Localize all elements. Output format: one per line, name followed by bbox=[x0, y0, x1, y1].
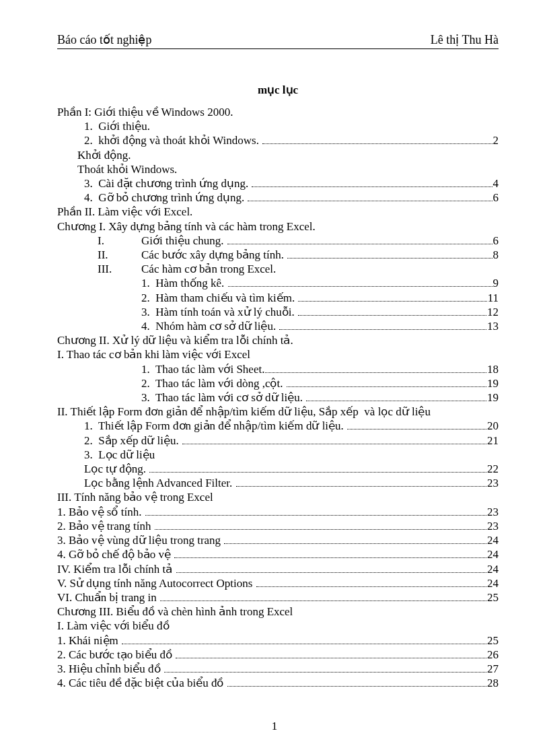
toc-page: 2 bbox=[493, 133, 499, 147]
toc-line: Thoát khỏi Windows. bbox=[57, 162, 499, 176]
toc-text: 4. Gỡ bỏ chương trình ứng dụng. bbox=[84, 191, 247, 205]
toc-line: 3. Thao tác làm với cơ sở dữ liệu. 19 bbox=[57, 390, 499, 405]
toc-page: 27 bbox=[487, 662, 499, 676]
toc-line: 1. Hàm thống kê. 9 bbox=[57, 276, 499, 290]
toc-text: 2. Sắp xếp dữ liệu. bbox=[84, 434, 182, 448]
toc-leader bbox=[224, 543, 486, 544]
toc-text: 1. Thao tác làm với Sheet. bbox=[141, 362, 264, 376]
toc-line: 4. Nhóm hàm cơ sở dữ liệu. 13 bbox=[57, 319, 499, 333]
toc-text: 1. Hàm thống kê. bbox=[141, 276, 227, 290]
toc-page: 23 bbox=[487, 519, 499, 533]
toc-leader bbox=[176, 658, 486, 658]
toc-leader bbox=[256, 586, 486, 587]
toc-text: Chương II. Xử lý dữ liệu và kiểm tra lỗi… bbox=[57, 333, 293, 347]
toc-text: Khởi động. bbox=[77, 148, 131, 162]
toc-page: 25 bbox=[487, 590, 499, 605]
toc-line: 2. Sắp xếp dữ liệu. 21 bbox=[57, 434, 499, 448]
toc-line: 1. Khái niệm 25 bbox=[57, 633, 499, 648]
toc-line: 3. Bảo vệ vùng dữ liệu trong trang 24 bbox=[57, 533, 499, 547]
toc-text: I. Làm việc với biểu đồ bbox=[57, 619, 170, 633]
toc-page: 24 bbox=[487, 533, 499, 547]
toc-line: VI. Chuẩn bị trang in 25 bbox=[57, 590, 499, 605]
toc-text: 2. Thao tác làm với dòng ,cột. bbox=[141, 376, 286, 390]
toc-text: 3. Hàm tính toán và xử lý chuỗi. bbox=[141, 305, 297, 319]
toc-page: 23 bbox=[487, 476, 499, 490]
toc-leader bbox=[227, 244, 492, 244]
toc-leader bbox=[174, 557, 486, 558]
toc-text: 3. Bảo vệ vùng dữ liệu trong trang bbox=[57, 533, 223, 547]
toc-body: Phần I: Giới thiệu về Windows 2000.1. Gi… bbox=[57, 105, 499, 690]
toc-line: 4. Gỡ bỏ chương trình ứng dụng. 6 bbox=[57, 191, 499, 205]
toc-page: 8 bbox=[493, 248, 499, 262]
toc-leader bbox=[122, 644, 486, 644]
toc-leader bbox=[265, 372, 486, 373]
toc-leader bbox=[236, 486, 486, 487]
toc-line: I. Thao tác cơ bản khi làm việc với Exce… bbox=[57, 347, 499, 362]
toc-text: Thoát khỏi Windows. bbox=[77, 162, 177, 176]
toc-line: 2. Bảo vệ trang tính 23 bbox=[57, 519, 499, 533]
toc-text: 3. Cài đặt chương trình ứng dụng. bbox=[84, 176, 251, 191]
toc-text: Chương I. Xây dựng bảng tính và các hàm … bbox=[57, 219, 316, 234]
toc-line: 3. Lọc dữ liệu bbox=[57, 448, 499, 462]
toc-line: Chương I. Xây dựng bảng tính và các hàm … bbox=[57, 219, 499, 234]
toc-text: Các bước xây dựng bảng tính. bbox=[141, 248, 287, 262]
toc-leader bbox=[262, 143, 492, 144]
toc-roman-prefix: II. bbox=[98, 248, 141, 262]
toc-text: VI. Chuẩn bị trang in bbox=[57, 590, 159, 605]
toc-line: V. Sử dụng tính năng Autocorrect Options… bbox=[57, 576, 499, 590]
toc-page: 20 bbox=[487, 419, 499, 433]
toc-text: IV. Kiểm tra lỗi chính tả bbox=[57, 562, 176, 576]
toc-page: 11 bbox=[488, 291, 499, 305]
toc-text: 1. Khái niệm bbox=[57, 633, 121, 648]
toc-page: 6 bbox=[493, 191, 499, 205]
toc-line: Khởi động. bbox=[57, 148, 499, 162]
toc-text: 1. Bảo vệ sổ tính. bbox=[57, 505, 145, 519]
toc-line: IV. Kiểm tra lỗi chính tả 24 bbox=[57, 562, 499, 576]
toc-leader bbox=[347, 429, 486, 429]
toc-page: 13 bbox=[487, 319, 499, 333]
toc-text: Chương III. Biểu đồ và chèn hình ảnh tro… bbox=[57, 605, 293, 619]
toc-line: 1. Thao tác làm với Sheet.18 bbox=[57, 362, 499, 376]
toc-line: 1. Bảo vệ sổ tính. 23 bbox=[57, 505, 499, 519]
toc-text: Phần II. Làm việc với Excel. bbox=[57, 205, 192, 219]
toc-line: 4. Các tiêu đề đặc biệt của biểu đồ 28 bbox=[57, 676, 499, 690]
toc-leader bbox=[145, 515, 486, 516]
toc-page: 24 bbox=[487, 547, 499, 561]
toc-roman-prefix: I. bbox=[98, 234, 141, 248]
toc-page: 6 bbox=[493, 234, 499, 248]
toc-line: II.Các bước xây dựng bảng tính. 8 bbox=[57, 248, 499, 262]
toc-text: 2. Hàm tham chiếu và tìm kiếm. bbox=[141, 291, 297, 305]
toc-leader bbox=[298, 301, 486, 302]
toc-page: 4 bbox=[493, 176, 499, 191]
toc-line: 3. Hàm tính toán và xử lý chuỗi. 12 bbox=[57, 305, 499, 319]
toc-line: 2. Thao tác làm với dòng ,cột. 19 bbox=[57, 376, 499, 390]
toc-line: 2. Các bước tạo biểu đồ 26 bbox=[57, 648, 499, 662]
toc-text: I. Thao tác cơ bản khi làm việc với Exce… bbox=[57, 347, 250, 362]
toc-leader bbox=[182, 444, 486, 444]
toc-leader bbox=[252, 186, 492, 187]
toc-line: Chương II. Xử lý dữ liệu và kiểm tra lỗi… bbox=[57, 333, 499, 347]
toc-line: 2. Hàm tham chiếu và tìm kiếm. 11 bbox=[57, 291, 499, 305]
toc-line: 1. Giới thiệu. bbox=[57, 119, 499, 133]
toc-page: 18 bbox=[487, 362, 499, 376]
toc-line: I.Giới thiệu chung. 6 bbox=[57, 234, 499, 248]
toc-text: Lọc bằng lệnh Advanced Filter. bbox=[84, 476, 235, 490]
toc-leader bbox=[287, 258, 492, 259]
toc-leader bbox=[306, 401, 486, 401]
toc-text: 3. Hiệu chỉnh biểu đồ bbox=[57, 662, 163, 676]
toc-leader bbox=[279, 329, 486, 330]
toc-line: Phần II. Làm việc với Excel. bbox=[57, 205, 499, 219]
page-number: 1 bbox=[0, 720, 549, 733]
toc-title: mục lục bbox=[57, 83, 499, 97]
toc-text: II. Thiết lập Form đơn giản để nhập/tìm … bbox=[57, 405, 431, 419]
toc-line: III. Tính năng bảo vệ trong Excel bbox=[57, 490, 499, 504]
toc-line: II. Thiết lập Form đơn giản để nhập/tìm … bbox=[57, 405, 499, 419]
toc-leader bbox=[227, 686, 486, 687]
toc-page: 21 bbox=[487, 434, 499, 448]
toc-line: 3. Hiệu chỉnh biểu đồ 27 bbox=[57, 662, 499, 676]
toc-text: Phần I: Giới thiệu về Windows 2000. bbox=[57, 105, 233, 119]
header-right: Lê thị Thu Hà bbox=[431, 32, 499, 47]
toc-text: 4. Nhóm hàm cơ sở dữ liệu. bbox=[141, 319, 279, 333]
toc-line: Phần I: Giới thiệu về Windows 2000. bbox=[57, 105, 499, 119]
toc-leader bbox=[160, 600, 486, 601]
